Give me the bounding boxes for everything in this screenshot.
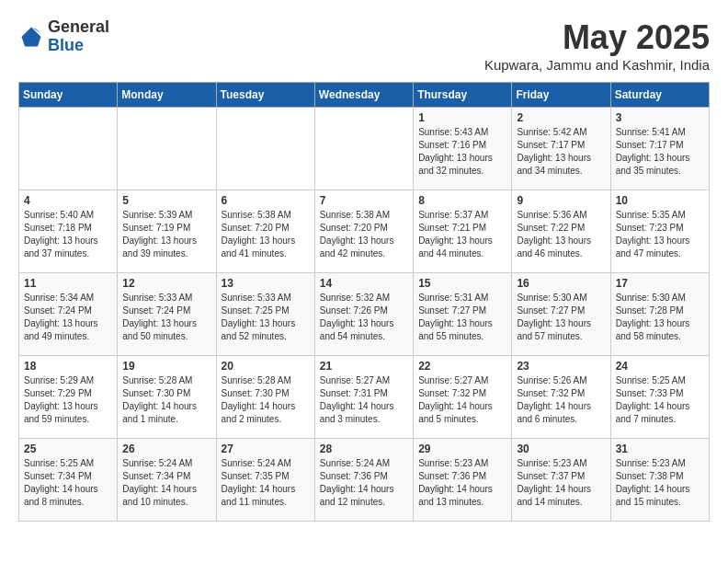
day-number: 17 [616,277,704,290]
calendar-cell: 16Sunrise: 5:30 AM Sunset: 7:27 PM Dayli… [512,273,610,356]
svg-marker-0 [22,27,41,46]
calendar-cell: 26Sunrise: 5:24 AM Sunset: 7:34 PM Dayli… [118,439,216,522]
day-number: 14 [320,277,408,290]
day-number: 19 [122,360,210,373]
day-number: 30 [517,442,605,455]
day-info: Sunrise: 5:34 AM Sunset: 7:24 PM Dayligh… [24,292,112,343]
day-info: Sunrise: 5:38 AM Sunset: 7:20 PM Dayligh… [222,209,310,260]
calendar-week-5: 25Sunrise: 5:25 AM Sunset: 7:34 PM Dayli… [19,439,710,522]
day-info: Sunrise: 5:23 AM Sunset: 7:36 PM Dayligh… [418,457,506,509]
day-number: 29 [418,442,506,455]
day-number: 31 [616,442,704,455]
calendar-cell: 27Sunrise: 5:24 AM Sunset: 7:35 PM Dayli… [216,439,314,522]
day-info: Sunrise: 5:40 AM Sunset: 7:18 PM Dayligh… [24,209,112,260]
calendar-cell [118,108,216,190]
day-info: Sunrise: 5:26 AM Sunset: 7:32 PM Dayligh… [517,374,605,426]
location-text: Kupwara, Jammu and Kashmir, India [484,57,710,73]
day-number: 15 [418,277,506,290]
logo: General Blue [18,18,109,55]
day-number: 25 [24,442,112,455]
calendar-cell: 12Sunrise: 5:33 AM Sunset: 7:24 PM Dayli… [118,273,216,356]
title-block: May 2025 Kupwara, Jammu and Kashmir, Ind… [484,18,710,73]
day-number: 21 [320,360,408,373]
day-info: Sunrise: 5:39 AM Sunset: 7:19 PM Dayligh… [122,209,210,260]
month-title: May 2025 [484,18,710,57]
day-number: 26 [122,442,210,455]
calendar-cell: 28Sunrise: 5:24 AM Sunset: 7:36 PM Dayli… [314,439,413,522]
day-info: Sunrise: 5:42 AM Sunset: 7:17 PM Dayligh… [517,126,605,178]
logo-blue-text: Blue [48,37,109,55]
day-info: Sunrise: 5:24 AM Sunset: 7:34 PM Dayligh… [122,457,210,509]
day-number: 20 [222,360,310,373]
day-info: Sunrise: 5:33 AM Sunset: 7:24 PM Dayligh… [122,292,210,343]
day-info: Sunrise: 5:30 AM Sunset: 7:27 PM Dayligh… [517,292,605,343]
day-number: 27 [222,442,310,455]
calendar-cell: 15Sunrise: 5:31 AM Sunset: 7:27 PM Dayli… [414,273,512,356]
calendar-cell [19,108,118,190]
day-number: 8 [418,194,506,207]
day-number: 13 [222,277,310,290]
day-info: Sunrise: 5:24 AM Sunset: 7:35 PM Dayligh… [222,457,310,509]
day-info: Sunrise: 5:31 AM Sunset: 7:27 PM Dayligh… [418,292,506,343]
calendar-cell: 6Sunrise: 5:38 AM Sunset: 7:20 PM Daylig… [216,190,314,273]
calendar-cell: 14Sunrise: 5:32 AM Sunset: 7:26 PM Dayli… [314,273,413,356]
day-number: 7 [320,194,408,207]
logo-icon [18,24,44,50]
calendar-week-4: 18Sunrise: 5:29 AM Sunset: 7:29 PM Dayli… [19,356,710,439]
day-number: 10 [616,194,704,207]
day-info: Sunrise: 5:37 AM Sunset: 7:21 PM Dayligh… [418,209,506,260]
day-info: Sunrise: 5:35 AM Sunset: 7:23 PM Dayligh… [616,209,704,260]
day-info: Sunrise: 5:23 AM Sunset: 7:37 PM Dayligh… [517,457,605,509]
day-info: Sunrise: 5:38 AM Sunset: 7:20 PM Dayligh… [320,209,408,260]
day-info: Sunrise: 5:41 AM Sunset: 7:17 PM Dayligh… [616,126,704,178]
day-info: Sunrise: 5:43 AM Sunset: 7:16 PM Dayligh… [418,126,506,178]
day-number: 2 [517,111,605,124]
logo-general-text: General [48,18,109,37]
day-info: Sunrise: 5:29 AM Sunset: 7:29 PM Dayligh… [24,374,112,426]
day-number: 6 [222,194,310,207]
calendar-cell: 24Sunrise: 5:25 AM Sunset: 7:33 PM Dayli… [610,356,709,439]
calendar-header-row: Sunday Monday Tuesday Wednesday Thursday… [19,83,710,108]
header-friday: Friday [512,83,610,108]
calendar-cell: 1Sunrise: 5:43 AM Sunset: 7:16 PM Daylig… [414,108,512,190]
calendar-cell: 30Sunrise: 5:23 AM Sunset: 7:37 PM Dayli… [512,439,610,522]
day-info: Sunrise: 5:25 AM Sunset: 7:34 PM Dayligh… [24,457,112,509]
calendar-cell: 13Sunrise: 5:33 AM Sunset: 7:25 PM Dayli… [216,273,314,356]
calendar-cell: 22Sunrise: 5:27 AM Sunset: 7:32 PM Dayli… [414,356,512,439]
calendar-cell [314,108,413,190]
page-header: General Blue May 2025 Kupwara, Jammu and… [18,18,710,73]
day-number: 1 [418,111,506,124]
calendar-cell: 23Sunrise: 5:26 AM Sunset: 7:32 PM Dayli… [512,356,610,439]
day-number: 11 [24,277,112,290]
calendar-cell: 25Sunrise: 5:25 AM Sunset: 7:34 PM Dayli… [19,439,118,522]
day-info: Sunrise: 5:36 AM Sunset: 7:22 PM Dayligh… [517,209,605,260]
calendar-cell: 20Sunrise: 5:28 AM Sunset: 7:30 PM Dayli… [216,356,314,439]
header-saturday: Saturday [610,83,709,108]
header-sunday: Sunday [19,83,118,108]
header-wednesday: Wednesday [314,83,413,108]
calendar-week-3: 11Sunrise: 5:34 AM Sunset: 7:24 PM Dayli… [19,273,710,356]
day-number: 23 [517,360,605,373]
calendar-cell: 11Sunrise: 5:34 AM Sunset: 7:24 PM Dayli… [19,273,118,356]
calendar-cell: 21Sunrise: 5:27 AM Sunset: 7:31 PM Dayli… [314,356,413,439]
day-info: Sunrise: 5:28 AM Sunset: 7:30 PM Dayligh… [122,374,210,426]
day-number: 5 [122,194,210,207]
day-info: Sunrise: 5:30 AM Sunset: 7:28 PM Dayligh… [616,292,704,343]
calendar-cell: 5Sunrise: 5:39 AM Sunset: 7:19 PM Daylig… [118,190,216,273]
day-info: Sunrise: 5:28 AM Sunset: 7:30 PM Dayligh… [222,374,310,426]
calendar-cell: 31Sunrise: 5:23 AM Sunset: 7:38 PM Dayli… [610,439,709,522]
calendar-cell: 10Sunrise: 5:35 AM Sunset: 7:23 PM Dayli… [610,190,709,273]
calendar-cell: 29Sunrise: 5:23 AM Sunset: 7:36 PM Dayli… [414,439,512,522]
day-number: 16 [517,277,605,290]
day-info: Sunrise: 5:23 AM Sunset: 7:38 PM Dayligh… [616,457,704,509]
header-tuesday: Tuesday [216,83,314,108]
day-number: 3 [616,111,704,124]
day-number: 4 [24,194,112,207]
calendar-cell: 19Sunrise: 5:28 AM Sunset: 7:30 PM Dayli… [118,356,216,439]
calendar-cell [216,108,314,190]
header-monday: Monday [118,83,216,108]
header-thursday: Thursday [414,83,512,108]
day-number: 18 [24,360,112,373]
calendar-cell: 17Sunrise: 5:30 AM Sunset: 7:28 PM Dayli… [610,273,709,356]
calendar-cell: 2Sunrise: 5:42 AM Sunset: 7:17 PM Daylig… [512,108,610,190]
